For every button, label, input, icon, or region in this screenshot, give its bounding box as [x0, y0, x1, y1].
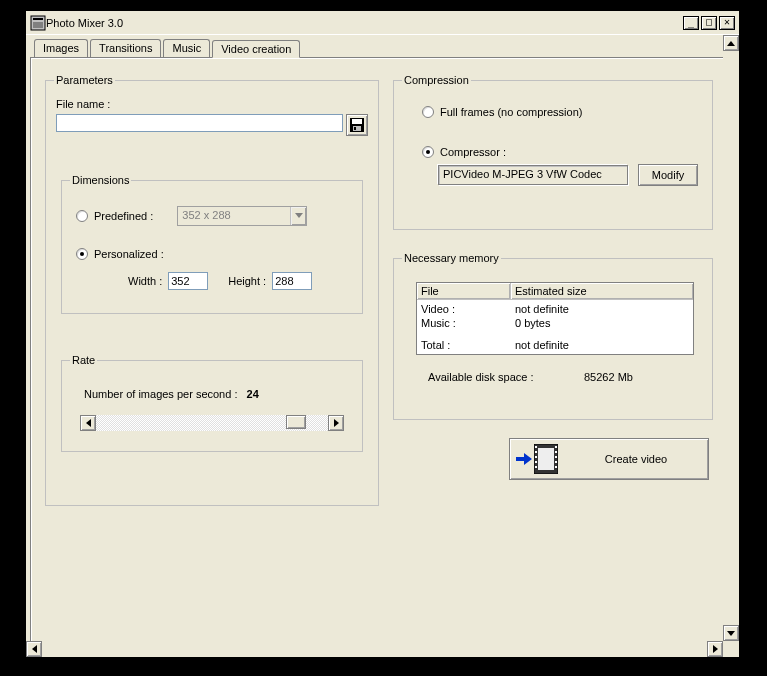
height-label: Height :: [228, 275, 266, 287]
personalized-label: Personalized :: [94, 248, 164, 260]
parameters-legend: Parameters: [54, 74, 115, 86]
full-frames-radio[interactable]: Full frames (no compression): [422, 106, 582, 118]
svg-rect-4: [352, 119, 362, 124]
width-label: Width :: [128, 275, 162, 287]
tab-transitions[interactable]: Transitions: [90, 39, 161, 57]
rate-scroll-thumb[interactable]: [286, 415, 306, 429]
disk-value: 85262 Mb: [584, 371, 633, 383]
table-row: Video : not definite: [421, 302, 689, 316]
save-button[interactable]: [346, 114, 368, 136]
rate-value: 24: [247, 388, 259, 400]
filmstrip-icon: [534, 444, 558, 474]
chevron-down-icon: [295, 213, 303, 219]
scroll-corner: [723, 641, 739, 657]
compression-legend: Compression: [402, 74, 471, 86]
minimize-button[interactable]: _: [683, 16, 699, 30]
music-value: 0 bytes: [515, 317, 689, 329]
svg-rect-11: [535, 456, 537, 458]
app-icon: [30, 15, 46, 31]
chevron-left-icon: [86, 419, 91, 427]
total-value: not definite: [515, 339, 689, 351]
table-row: Total : not definite: [421, 338, 689, 352]
svg-rect-12: [535, 461, 537, 463]
table-row: Music : 0 bytes: [421, 316, 689, 330]
chevron-up-icon: [727, 41, 735, 46]
svg-rect-6: [354, 127, 356, 130]
dimensions-group: Dimensions Predefined : 352 x 288: [61, 174, 363, 314]
create-video-label: Create video: [564, 453, 708, 465]
close-button[interactable]: ✕: [719, 16, 735, 30]
predefined-combo[interactable]: 352 x 288: [177, 206, 307, 226]
outer-hscroll[interactable]: [26, 641, 723, 657]
disk-label: Available disk space :: [428, 371, 584, 383]
tab-music[interactable]: Music: [163, 39, 210, 57]
svg-rect-16: [555, 456, 557, 458]
file-name-label: File name :: [56, 98, 370, 110]
workarea: Images Transitions Music Video creation …: [26, 35, 739, 657]
app-window: Photo Mixer 3.0 _ □ ✕ Images Transitions…: [25, 10, 740, 658]
col-file: File: [417, 283, 511, 299]
predefined-label: Predefined :: [94, 210, 153, 222]
personalized-radio[interactable]: Personalized :: [76, 248, 164, 260]
full-frames-label: Full frames (no compression): [440, 106, 582, 118]
chevron-left-icon: [32, 645, 37, 653]
file-name-input[interactable]: [56, 114, 343, 132]
compressor-label: Compressor :: [440, 146, 506, 158]
compressor-radio[interactable]: Compressor :: [422, 146, 506, 158]
tab-video-creation[interactable]: Video creation: [212, 40, 300, 58]
svg-rect-18: [555, 466, 557, 468]
predefined-radio[interactable]: Predefined :: [76, 210, 153, 222]
compression-group: Compression Full frames (no compression)…: [393, 74, 713, 230]
maximize-button[interactable]: □: [701, 16, 717, 30]
tab-images[interactable]: Images: [34, 39, 88, 57]
codec-display: PICVideo M-JPEG 3 VfW Codec: [438, 165, 628, 185]
memory-legend: Necessary memory: [402, 252, 501, 264]
svg-rect-9: [535, 446, 537, 448]
memory-table: File Estimated size Video : not definite…: [416, 282, 694, 355]
predefined-value: 352 x 288: [178, 207, 290, 225]
arrow-right-icon: [516, 453, 532, 465]
outer-vscroll[interactable]: [723, 35, 739, 641]
tab-panel: Parameters File name : Dimensions Predef…: [30, 57, 732, 645]
width-input[interactable]: [168, 272, 208, 290]
modify-button[interactable]: Modify: [638, 164, 698, 186]
floppy-disk-icon: [350, 118, 364, 132]
rate-label: Number of images per second :: [84, 388, 237, 400]
height-input[interactable]: [272, 272, 312, 290]
svg-rect-15: [555, 451, 557, 453]
titlebar: Photo Mixer 3.0 _ □ ✕: [26, 11, 739, 35]
svg-rect-17: [555, 461, 557, 463]
svg-rect-1: [33, 18, 43, 20]
rate-legend: Rate: [70, 354, 97, 366]
col-size: Estimated size: [511, 283, 693, 299]
scroll-down-button[interactable]: [723, 625, 739, 641]
video-label: Video :: [421, 303, 515, 315]
chevron-down-icon: [727, 631, 735, 636]
memory-group: Necessary memory File Estimated size Vid…: [393, 252, 713, 420]
window-title: Photo Mixer 3.0: [46, 17, 681, 29]
total-label: Total :: [421, 339, 515, 351]
svg-rect-10: [535, 451, 537, 453]
rate-scrollbar[interactable]: [80, 415, 344, 431]
predefined-dropdown-button[interactable]: [290, 207, 306, 225]
rate-dec-button[interactable]: [80, 415, 96, 431]
video-value: not definite: [515, 303, 689, 315]
rate-group: Rate Number of images per second : 24: [61, 354, 363, 452]
tabstrip: Images Transitions Music Video creation: [34, 39, 737, 57]
scroll-left-button[interactable]: [26, 641, 42, 657]
scroll-up-button[interactable]: [723, 35, 739, 51]
rate-inc-button[interactable]: [328, 415, 344, 431]
scroll-right-button[interactable]: [707, 641, 723, 657]
music-label: Music :: [421, 317, 515, 329]
modify-label: Modify: [652, 169, 684, 181]
svg-rect-14: [555, 446, 557, 448]
chevron-right-icon: [334, 419, 339, 427]
svg-rect-13: [535, 466, 537, 468]
dimensions-legend: Dimensions: [70, 174, 131, 186]
create-video-button[interactable]: Create video: [509, 438, 709, 480]
svg-rect-2: [33, 22, 43, 28]
svg-rect-8: [538, 448, 554, 470]
chevron-right-icon: [713, 645, 718, 653]
